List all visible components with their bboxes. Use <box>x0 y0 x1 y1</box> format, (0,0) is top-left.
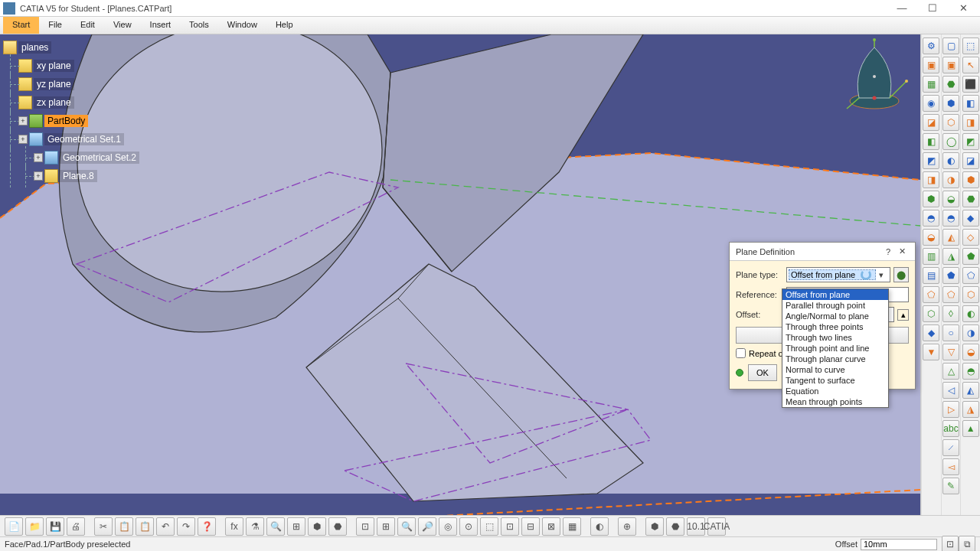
tree-item[interactable]: +Plane.8 <box>3 167 139 185</box>
toolbar-button[interactable]: ⬣ <box>328 517 347 536</box>
toolbar-button[interactable]: ▢ <box>942 37 959 54</box>
dropdown-option[interactable]: Normal to curve <box>782 364 888 375</box>
toolbar-button[interactable]: ◆ <box>962 210 979 227</box>
toolbar-button[interactable]: ◮ <box>962 401 979 418</box>
toolbar-button[interactable]: ⬢ <box>923 191 939 207</box>
toolbar-button[interactable]: ⬡ <box>962 286 979 303</box>
toolbar-button[interactable]: ⚗ <box>246 517 264 536</box>
expand-icon[interactable]: + <box>34 171 43 181</box>
toolbar-button[interactable]: ◒ <box>962 344 979 360</box>
toolbar-button[interactable]: ⊟ <box>521 517 540 536</box>
toolbar-button[interactable]: ◐ <box>942 152 959 169</box>
menu-file[interactable]: File <box>39 17 71 34</box>
dropdown-option[interactable]: Parallel through point <box>782 300 888 311</box>
dropdown-option[interactable]: Offset from plane <box>782 289 888 300</box>
toolbar-button[interactable]: ⬠ <box>942 286 959 303</box>
menu-help[interactable]: Help <box>266 17 302 34</box>
toolbar-button[interactable]: ◨ <box>923 171 939 188</box>
menu-view[interactable]: View <box>104 17 141 34</box>
toolbar-button[interactable]: 📋 <box>115 517 133 536</box>
tree-item-label[interactable]: Plane.8 <box>60 170 97 182</box>
toolbar-button[interactable]: ⚙ <box>923 37 939 54</box>
status-icon-2[interactable]: ⧉ <box>959 536 975 551</box>
toolbar-button[interactable]: ⬚ <box>480 517 498 536</box>
offset-spinner[interactable]: ▴ <box>897 309 909 321</box>
tree-item-label[interactable]: Geometrical Set.1 <box>44 133 124 145</box>
toolbar-button[interactable]: ⊠ <box>542 517 560 536</box>
plane-type-dropdown[interactable]: Offset from planeParallel through pointA… <box>782 289 889 408</box>
toolbar-button[interactable]: ⬡ <box>923 305 939 322</box>
menu-tools[interactable]: Tools <box>180 17 218 34</box>
toolbar-button[interactable]: ◧ <box>923 133 939 150</box>
toolbar-button[interactable]: 📋 <box>136 517 154 536</box>
toolbar-button[interactable]: ◭ <box>962 382 979 399</box>
toolbar-button[interactable]: ▷ <box>942 401 959 418</box>
dialog-close-button[interactable]: ✕ <box>895 246 909 256</box>
toolbar-button[interactable]: ◁ <box>942 382 959 399</box>
toolbar-button[interactable]: ⊡ <box>501 517 519 536</box>
dropdown-option[interactable]: Through three points <box>782 321 888 332</box>
dropdown-option[interactable]: Angle/Normal to plane <box>782 311 888 321</box>
menu-edit[interactable]: Edit <box>71 17 104 34</box>
toolbar-button[interactable]: ◩ <box>923 152 939 169</box>
toolbar-button[interactable]: 10.1 <box>687 517 705 536</box>
toolbar-button[interactable]: ◮ <box>942 248 959 265</box>
minimize-button[interactable]: — <box>891 2 913 14</box>
toolbar-button[interactable]: ◇ <box>962 229 979 246</box>
toolbar-button[interactable]: ⬟ <box>942 267 959 284</box>
toolbar-button[interactable]: ▣ <box>923 57 939 73</box>
toolbar-button[interactable]: ⊕ <box>618 517 636 536</box>
specification-tree[interactable]: planes xy planeyz planezx plane+PartBody… <box>3 38 139 185</box>
toolbar-button[interactable]: ◓ <box>923 210 939 227</box>
toolbar-button[interactable]: 🖨 <box>67 517 85 536</box>
toolbar-button[interactable]: ▲ <box>962 420 979 437</box>
expand-icon[interactable]: + <box>18 135 28 144</box>
toolbar-button[interactable]: ◪ <box>923 114 939 131</box>
status-icon-1[interactable]: ⊡ <box>942 536 959 551</box>
menu-insert[interactable]: Insert <box>141 17 181 34</box>
toolbar-button[interactable]: ◓ <box>962 363 979 380</box>
tree-item-label[interactable]: yz plane <box>34 78 74 90</box>
dropdown-option[interactable]: Equation <box>782 386 888 396</box>
toolbar-button[interactable]: ⬠ <box>923 286 939 303</box>
toolbar-button[interactable]: ⬢ <box>962 171 979 188</box>
toolbar-button[interactable]: ◩ <box>962 133 979 150</box>
plane-type-combo[interactable]: Offset from plane ▾ <box>786 267 890 282</box>
dropdown-option[interactable]: Through planar curve <box>782 354 888 364</box>
toolbar-button[interactable]: 📁 <box>25 517 44 536</box>
maximize-button[interactable]: ☐ <box>922 2 943 14</box>
tree-item[interactable]: xy plane <box>3 57 139 75</box>
dropdown-option[interactable]: Tangent to surface <box>782 375 888 386</box>
toolbar-button[interactable]: ◎ <box>439 517 457 536</box>
plane-type-help-button[interactable]: ⬤ <box>893 267 909 282</box>
tree-item[interactable]: +Geometrical Set.1 <box>3 130 139 148</box>
toolbar-button[interactable]: ◑ <box>962 324 979 341</box>
toolbar-button[interactable]: ⬣ <box>666 517 684 536</box>
toolbar-button[interactable]: ◉ <box>923 95 939 112</box>
toolbar-button[interactable]: ◅ <box>942 458 959 475</box>
toolbar-button[interactable]: ↶ <box>156 517 175 536</box>
toolbar-button[interactable]: ◭ <box>942 229 959 246</box>
dialog-help-button[interactable]: ? <box>881 247 895 256</box>
repeat-checkbox[interactable] <box>736 348 746 358</box>
toolbar-button[interactable]: ◆ <box>923 324 939 341</box>
toolbar-button[interactable]: ⬡ <box>942 114 959 131</box>
toolbar-button[interactable]: ▼ <box>923 344 939 360</box>
status-offset-input[interactable] <box>861 539 937 550</box>
toolbar-button[interactable]: ▥ <box>923 248 939 265</box>
toolbar-button[interactable]: CATIA <box>707 517 726 536</box>
toolbar-button[interactable]: ◒ <box>942 191 959 207</box>
toolbar-button[interactable]: ◓ <box>942 210 959 227</box>
toolbar-button[interactable]: ⬚ <box>962 37 979 54</box>
toolbar-button[interactable]: ▣ <box>942 57 959 73</box>
toolbar-button[interactable]: ▤ <box>923 267 939 284</box>
toolbar-button[interactable]: ◐ <box>962 305 979 322</box>
toolbar-button[interactable]: ⬣ <box>942 76 959 93</box>
toolbar-button[interactable]: ⬢ <box>942 95 959 112</box>
toolbar-button[interactable]: ⬣ <box>962 191 979 207</box>
toolbar-button[interactable]: 🔎 <box>418 517 436 536</box>
tree-root[interactable]: planes <box>3 38 139 57</box>
tree-root-label[interactable]: planes <box>18 41 51 54</box>
toolbar-button[interactable]: ⊞ <box>377 517 395 536</box>
toolbar-button[interactable]: abc <box>942 420 959 437</box>
